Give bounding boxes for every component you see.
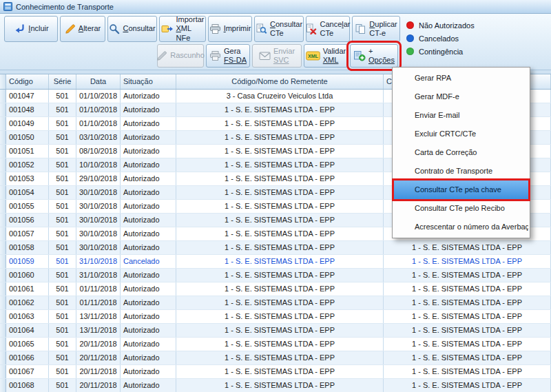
row-indicator (0, 172, 6, 185)
cell-serie: 501 (49, 365, 76, 378)
table-row[interactable]: 00106750120/11/2018Autorizado1 - S. E. S… (0, 365, 551, 379)
menu-item-excluir-crtc-cte[interactable]: Excluir CRTC/CTe (394, 125, 528, 143)
button-label: GeraFS-DA (224, 47, 247, 65)
cell-data: 31/10/2018 (76, 269, 121, 282)
cell-remetente: 1 - S. E. SISTEMAS LTDA - EPP (176, 214, 384, 227)
cell-codigo: 001060 (6, 269, 49, 282)
cell-destinatario: 1 - S. E. SISTEMAS LTDA - EPP (384, 296, 551, 309)
menu-item-acrescentar-o-numero-da-averbacao[interactable]: Acrescentar o número da Averbação (394, 218, 528, 236)
table-row[interactable]: 00106550120/11/2018Autorizado1 - S. E. S… (0, 338, 551, 351)
cell-situacao: Autorizado (121, 282, 176, 296)
cell-destinatario: 1 - S. E. SISTEMAS LTDA - EPP (384, 338, 551, 351)
row-indicator (0, 117, 6, 130)
menu-item-consultar-cte-pelo-recibo[interactable]: Consultar CTe pelo Recibo (394, 199, 528, 218)
table-row[interactable]: 00106050131/10/2018Autorizado1 - S. E. S… (0, 269, 551, 282)
rascunho-button[interactable]: Rascunho (157, 44, 204, 68)
cell-codigo: 001056 (6, 214, 49, 227)
menu-item-carta-de-correcao[interactable]: Carta de Correção (394, 143, 528, 162)
table-row[interactable]: 00106350113/11/2018Autorizado1 - S. E. S… (0, 310, 551, 324)
cell-serie: 501 (49, 214, 76, 227)
row-indicator (0, 90, 6, 103)
status-legend: Não AutorizadosCanceladosContingência (406, 19, 475, 58)
menu-item-gerar-mdf-e[interactable]: Gerar MDF-e (394, 87, 528, 106)
duplicar-cte-button[interactable]: DuplicarCT-e (352, 16, 400, 42)
consultar-cte-button[interactable]: ConsultarCTe (254, 16, 304, 42)
cell-destinatario: 1 - S. E. SISTEMAS LTDA - EPP (384, 310, 551, 323)
column-header-codigo-nome-do-remetente[interactable]: Código/Nome do Remetente (176, 74, 384, 89)
cell-destinatario: 1 - S. E. SISTEMAS LTDA - EPP (384, 241, 551, 254)
cancelar-cte-button[interactable]: CancelarCTe (306, 16, 350, 42)
validar-xml-button[interactable]: XMLValidarXML (304, 44, 348, 68)
cell-codigo: 001053 (6, 172, 49, 185)
row-indicator (0, 324, 6, 337)
alterar-button[interactable]: Alterar (60, 16, 105, 42)
column-header-serie[interactable]: Série (49, 74, 76, 89)
cell-remetente: 1 - S. E. SISTEMAS LTDA - EPP (176, 255, 384, 268)
importar-xml-nfe-button[interactable]: ImportarXML NFe (159, 16, 206, 42)
button-label: CancelarCTe (320, 20, 350, 38)
cell-situacao: Autorizado (121, 214, 176, 227)
gera-fsda-button[interactable]: GeraFS-DA (206, 44, 250, 68)
cell-situacao: Autorizado (121, 379, 176, 392)
insert-arrow-icon (13, 23, 25, 34)
cell-data: 01/11/2018 (76, 282, 121, 296)
row-indicator (0, 296, 6, 309)
row-indicator (0, 365, 6, 378)
table-row[interactable]: 00106850120/11/2018Autorizado1 - S. E. S… (0, 379, 551, 392)
status-dot-icon (406, 48, 414, 55)
cell-remetente: 1 - S. E. SISTEMAS LTDA - EPP (176, 227, 384, 240)
legend-contingencia: Contingência (406, 45, 475, 58)
cell-remetente: 1 - S. E. SISTEMAS LTDA - EPP (176, 200, 384, 213)
table-row[interactable]: 00105950131/10/2018Cancelado1 - S. E. SI… (0, 255, 551, 269)
cell-serie: 501 (49, 324, 76, 337)
cell-data: 20/11/2018 (76, 338, 121, 351)
legend-nao-autorizados: Não Autorizados (406, 19, 475, 32)
cell-data: 20/11/2018 (76, 365, 121, 378)
cell-remetente: 1 - S. E. SISTEMAS LTDA - EPP (176, 269, 384, 282)
row-indicator (0, 379, 6, 392)
cell-serie: 501 (49, 200, 76, 213)
app-icon (3, 2, 12, 11)
import-xml-icon (161, 23, 174, 34)
consultar-button[interactable]: Consultar (107, 16, 157, 42)
cell-codigo: 001051 (6, 145, 49, 158)
cell-codigo: 001050 (6, 131, 49, 144)
cell-remetente: 1 - S. E. SISTEMAS LTDA - EPP (176, 379, 384, 392)
status-dot-icon (406, 34, 414, 42)
cell-situacao: Autorizado (121, 269, 176, 282)
menu-item-consultar-cte-pela-chave[interactable]: Consultar CTe pela chave (394, 180, 528, 199)
column-header-situacao[interactable]: Situação (121, 74, 176, 89)
cell-serie: 501 (49, 158, 76, 172)
incluir-button[interactable]: Incluir (4, 16, 58, 42)
options-context-menu: Gerar RPAGerar MDF-eEnviar E-mailExcluir… (392, 67, 530, 238)
table-row[interactable]: 00106250101/11/2018Autorizado1 - S. E. S… (0, 296, 551, 310)
title-bar: Conhecimento de Transporte (0, 0, 551, 14)
row-indicator (0, 241, 6, 254)
table-row[interactable]: 00106450113/11/2018Autorizado1 - S. E. S… (0, 324, 551, 338)
cell-data: 01/10/2018 (76, 117, 121, 130)
cell-situacao: Autorizado (121, 200, 176, 213)
cell-codigo: 001049 (6, 117, 49, 130)
column-header-data[interactable]: Data (76, 74, 121, 89)
cell-remetente: 1 - S. E. SISTEMAS LTDA - EPP (176, 365, 384, 378)
cell-situacao: Autorizado (121, 90, 176, 103)
cell-remetente: 1 - S. E. SISTEMAS LTDA - EPP (176, 117, 384, 130)
enviar-svc-button[interactable]: EnviarSVC (252, 44, 302, 68)
menu-item-contrato-de-transporte[interactable]: Contrato de Transporte (394, 162, 528, 180)
envelope-icon (259, 51, 271, 61)
cell-situacao: Autorizado (121, 310, 176, 323)
column-header-codigo[interactable]: Código (6, 74, 49, 89)
magnifier-icon (109, 23, 120, 34)
cell-remetente: 1 - S. E. SISTEMAS LTDA - EPP (176, 282, 384, 296)
button-label: ImportarXML NFe (176, 15, 205, 43)
menu-item-gerar-rpa[interactable]: Gerar RPA (394, 69, 528, 87)
cell-codigo: 001066 (6, 351, 49, 364)
table-row[interactable]: 00106150101/11/2018Autorizado1 - S. E. S… (0, 282, 551, 296)
table-row[interactable]: 00105850130/10/2018Autorizado1 - S. E. S… (0, 241, 551, 255)
imprimir-button[interactable]: Imprimir (208, 16, 252, 42)
table-row[interactable]: 00106650120/11/2018Autorizado1 - S. E. S… (0, 351, 551, 365)
cell-destinatario: 1 - S. E. SISTEMAS LTDA - EPP (384, 365, 551, 378)
cell-destinatario: 1 - S. E. SISTEMAS LTDA - EPP (384, 324, 551, 337)
opcoes-button[interactable]: + Opções (350, 44, 398, 68)
menu-item-enviar-e-mail[interactable]: Enviar E-mail (394, 106, 528, 125)
